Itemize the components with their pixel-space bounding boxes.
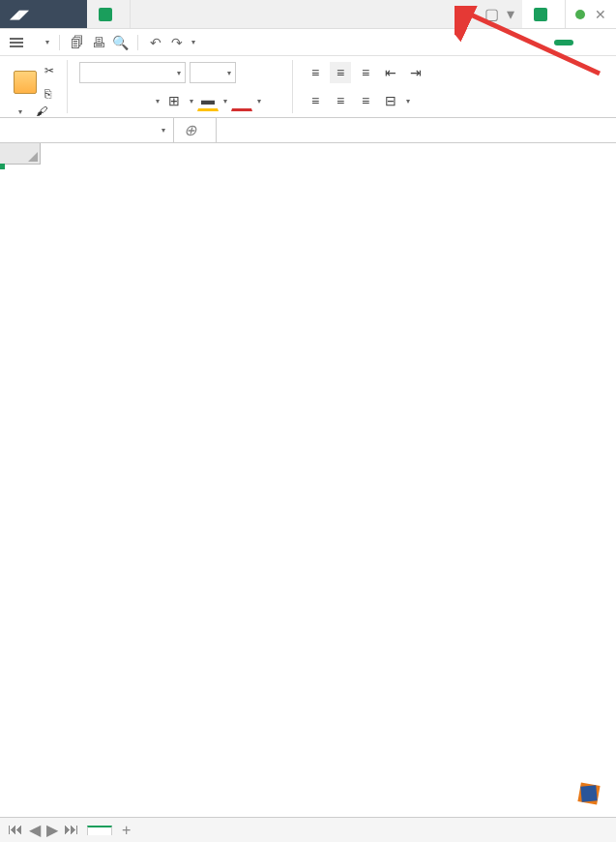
sheet-tab-active[interactable] — [87, 826, 112, 835]
wps-logo[interactable]: ◢◤ — [0, 0, 87, 28]
font-name-select[interactable]: ▾ — [79, 62, 186, 83]
italic-button[interactable] — [104, 90, 126, 111]
indent-decrease-button[interactable]: ⇤ — [380, 62, 401, 83]
tab-controls: ▢ ▾ — [477, 0, 522, 28]
column-headers — [41, 143, 616, 165]
ribbon: ✂ ⎘ ▾ 🖌 ▾ ▾ — [0, 56, 616, 118]
indent-increase-button[interactable]: ⇥ — [405, 62, 426, 83]
align-center-button[interactable]: ≡ — [330, 90, 351, 111]
align-right-button[interactable]: ≡ — [355, 90, 376, 111]
clipboard-group: ✂ ⎘ ▾ 🖌 — [8, 60, 68, 113]
sheet-last-icon[interactable]: ⏭ — [64, 821, 79, 839]
chevron-down-icon[interactable]: ▾ — [257, 97, 261, 105]
merge-button[interactable]: ⊟ — [380, 90, 401, 111]
align-middle-button[interactable]: ≡ — [330, 62, 351, 83]
tab-spacer — [131, 0, 477, 28]
font-group: ▾ ▾ ▾ ⊞ ▾ ▬ ▾ ▾ — [73, 60, 293, 113]
sheet-next-icon[interactable]: ▶ — [46, 821, 58, 839]
chevron-down-icon[interactable]: ▾ — [18, 107, 22, 116]
underline-button[interactable] — [130, 90, 151, 111]
brush-icon: 🖌 — [36, 105, 47, 118]
close-icon[interactable]: ✕ — [595, 7, 606, 22]
formula-input[interactable] — [217, 118, 616, 142]
preview-icon[interactable]: 🔍 — [112, 35, 128, 50]
chevron-down-icon[interactable]: ▾ — [156, 97, 160, 105]
sheet-nav: ⏮ ◀ ▶ ⏭ — [0, 821, 87, 839]
increase-font-button[interactable] — [240, 62, 261, 83]
status-dot-icon[interactable] — [575, 10, 585, 19]
office-logo-icon — [575, 780, 602, 807]
chevron-down-icon[interactable]: ▾ — [406, 97, 410, 105]
add-sheet-button[interactable]: + — [112, 822, 140, 839]
spreadsheet-icon — [534, 8, 547, 21]
cut-button[interactable]: ✂ — [41, 62, 61, 79]
start-tab[interactable] — [554, 40, 573, 45]
tab-workbook1[interactable] — [87, 0, 131, 28]
paste-button[interactable] — [14, 71, 37, 94]
border-button[interactable]: ⊞ — [163, 90, 185, 111]
scissors-icon: ✂ — [44, 64, 54, 77]
redo-icon[interactable]: ↷ — [169, 35, 185, 50]
decrease-font-button[interactable] — [265, 62, 286, 83]
active-cell-indicator — [0, 165, 4, 168]
hamburger-icon[interactable] — [8, 36, 25, 49]
watermark — [575, 780, 606, 807]
bold-button[interactable] — [79, 90, 101, 111]
dropdown-icon[interactable]: ▾ — [507, 5, 514, 23]
copy-icon: ⎘ — [44, 87, 51, 101]
paste-icon — [14, 71, 37, 94]
align-bottom-button[interactable]: ≡ — [355, 62, 376, 83]
chevron-down-icon[interactable]: ▾ — [191, 38, 195, 46]
sheet-first-icon[interactable]: ⏮ — [8, 821, 23, 839]
font-size-select[interactable]: ▾ — [190, 62, 236, 83]
chevron-down-icon[interactable]: ▾ — [45, 38, 49, 46]
fx-search-icon[interactable]: ⊕ — [184, 121, 196, 139]
select-all-button[interactable] — [0, 143, 41, 165]
window-icon[interactable]: ▢ — [484, 5, 499, 23]
separator — [59, 35, 60, 50]
sheet-tab-bar: ⏮ ◀ ▶ ⏭ + — [0, 817, 616, 842]
spreadsheet-icon — [99, 8, 112, 21]
title-bar: ◢◤ ▢ ▾ ✕ — [0, 0, 616, 29]
undo-icon[interactable]: ↶ — [148, 35, 163, 50]
tab-active-file[interactable] — [522, 0, 566, 28]
font-color-button[interactable] — [231, 90, 252, 111]
print-icon[interactable]: 🖶 — [91, 35, 106, 50]
chevron-down-icon[interactable]: ▾ — [223, 97, 227, 105]
chevron-down-icon: ▾ — [161, 126, 165, 135]
tab-end-controls: ✕ — [566, 0, 616, 28]
formula-bar: ▾ ⊕ — [0, 118, 616, 143]
spreadsheet-grid — [0, 143, 616, 165]
fx-controls: ⊕ — [174, 118, 217, 142]
fill-color-button[interactable]: ▬ — [197, 90, 219, 111]
copy-button[interactable]: ⎘ — [41, 85, 61, 103]
chevron-down-icon[interactable]: ▾ — [190, 97, 193, 105]
save-icon[interactable]: 🗐 — [70, 35, 85, 50]
wps-logo-icon: ◢◤ — [10, 7, 29, 21]
svg-rect-2 — [580, 785, 597, 801]
name-box[interactable]: ▾ — [0, 118, 174, 142]
menu-bar: ▾ 🗐 🖶 🔍 ↶ ↷ ▾ — [0, 29, 616, 56]
align-group: ≡ ≡ ≡ ⇤ ⇥ ≡ ≡ ≡ ⊟ ▾ — [299, 60, 432, 113]
sheet-prev-icon[interactable]: ◀ — [29, 821, 41, 839]
align-top-button[interactable]: ≡ — [305, 62, 326, 83]
align-left-button[interactable]: ≡ — [305, 90, 326, 111]
separator — [137, 35, 138, 50]
